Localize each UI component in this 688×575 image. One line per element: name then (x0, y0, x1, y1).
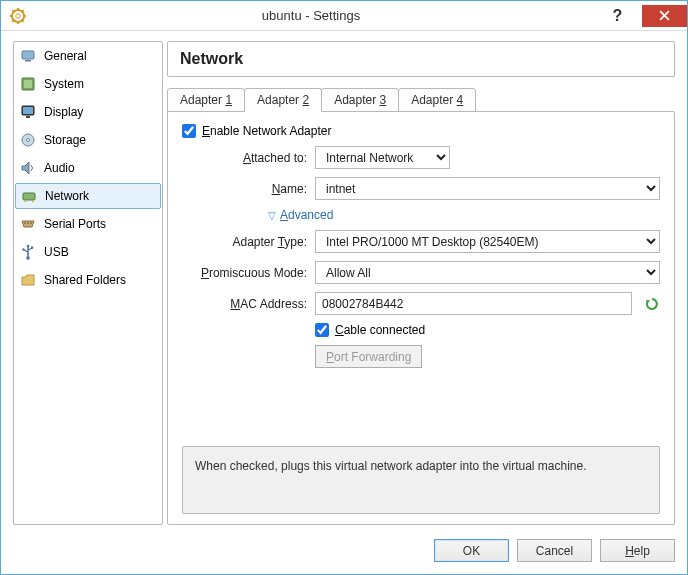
window-title: ubuntu - Settings (27, 8, 595, 23)
svg-rect-23 (24, 200, 26, 202)
general-icon (20, 48, 36, 64)
settings-sidebar: General System Display Storage Audio Net… (13, 41, 163, 525)
sidebar-item-label: General (44, 49, 87, 63)
svg-rect-17 (23, 107, 33, 114)
adapter-type-label: Adapter Type: (182, 235, 307, 249)
chevron-down-icon: ▽ (268, 210, 276, 221)
svg-rect-18 (26, 116, 30, 118)
ok-button[interactable]: OK (434, 539, 509, 562)
display-icon (20, 104, 36, 120)
svg-rect-24 (32, 200, 34, 202)
sidebar-item-shared-folders[interactable]: Shared Folders (14, 266, 162, 294)
port-forwarding-button[interactable]: Port Forwarding (315, 345, 422, 368)
svg-point-26 (27, 222, 29, 224)
sidebar-item-storage[interactable]: Storage (14, 126, 162, 154)
sidebar-item-display[interactable]: Display (14, 98, 162, 126)
enable-adapter-checkbox[interactable] (182, 124, 196, 138)
network-icon (21, 188, 37, 204)
svg-point-20 (27, 139, 30, 142)
refresh-mac-button[interactable] (644, 296, 660, 312)
sidebar-item-network[interactable]: Network (15, 183, 161, 209)
advanced-label: Advanced (280, 208, 333, 222)
app-icon (9, 7, 27, 25)
audio-icon (20, 160, 36, 176)
svg-point-29 (27, 245, 30, 248)
promiscuous-mode-label: Promiscuous Mode: (182, 266, 307, 280)
svg-point-30 (26, 256, 30, 260)
panel-header: Network (167, 41, 675, 77)
svg-rect-15 (24, 80, 32, 88)
svg-rect-32 (31, 247, 33, 249)
tab-adapter-2[interactable]: Adapter 2 (244, 88, 322, 112)
serial-ports-icon (20, 216, 36, 232)
titlebar-help-button[interactable]: ? (595, 5, 640, 27)
sidebar-item-system[interactable]: System (14, 70, 162, 98)
cable-connected-label: Cable connected (335, 323, 425, 337)
promiscuous-mode-select[interactable]: Allow All (315, 261, 660, 284)
sidebar-item-label: Network (45, 189, 89, 203)
sidebar-item-label: Serial Ports (44, 217, 106, 231)
mac-address-label: MAC Address: (182, 297, 307, 311)
svg-rect-12 (22, 51, 34, 59)
sidebar-item-label: System (44, 77, 84, 91)
enable-adapter-label: Enable Network Adapter (202, 124, 331, 138)
svg-point-1 (16, 13, 20, 17)
mac-address-input[interactable] (315, 292, 632, 315)
tab-adapter-4[interactable]: Adapter 4 (398, 88, 476, 112)
sidebar-item-general[interactable]: General (14, 42, 162, 70)
sidebar-item-audio[interactable]: Audio (14, 154, 162, 182)
shared-folders-icon (20, 272, 36, 288)
adapter-form: Enable Network Adapter Attached to: Inte… (167, 111, 675, 525)
svg-rect-22 (23, 193, 35, 200)
cancel-button[interactable]: Cancel (517, 539, 592, 562)
adapter-type-select[interactable]: Intel PRO/1000 MT Desktop (82540EM) (315, 230, 660, 253)
storage-icon (20, 132, 36, 148)
usb-icon (20, 244, 36, 260)
svg-point-34 (22, 248, 24, 250)
attached-to-label: Attached to: (182, 151, 307, 165)
tab-adapter-1[interactable]: Adapter 1 (167, 88, 245, 112)
help-button[interactable]: Help (600, 539, 675, 562)
sidebar-item-label: Storage (44, 133, 86, 147)
sidebar-item-label: Shared Folders (44, 273, 126, 287)
sidebar-item-usb[interactable]: USB (14, 238, 162, 266)
settings-panel: Network Adapter 1 Adapter 2 Adapter 3 Ad… (167, 41, 675, 525)
titlebar: ubuntu - Settings ? (1, 1, 687, 31)
dialog-buttons: OK Cancel Help (13, 529, 675, 574)
sidebar-item-label: Audio (44, 161, 75, 175)
panel-heading: Network (180, 50, 662, 68)
name-label: Name: (182, 182, 307, 196)
svg-point-25 (24, 222, 26, 224)
sidebar-item-label: Display (44, 105, 83, 119)
tab-adapter-3[interactable]: Adapter 3 (321, 88, 399, 112)
sidebar-item-serial-ports[interactable]: Serial Ports (14, 210, 162, 238)
system-icon (20, 76, 36, 92)
name-select[interactable]: intnet (315, 177, 660, 200)
adapter-tabs: Adapter 1 Adapter 2 Adapter 3 Adapter 4 (167, 87, 675, 111)
cable-connected-checkbox[interactable] (315, 323, 329, 337)
svg-marker-21 (22, 162, 29, 174)
hint-box: When checked, plugs this virtual network… (182, 446, 660, 514)
svg-rect-13 (25, 60, 31, 62)
sidebar-item-label: USB (44, 245, 69, 259)
close-button[interactable] (642, 5, 687, 27)
svg-point-27 (30, 222, 32, 224)
hint-text: When checked, plugs this virtual network… (195, 459, 587, 473)
attached-to-select[interactable]: Internal Network (315, 146, 450, 169)
advanced-toggle[interactable]: ▽ Advanced (182, 208, 660, 222)
